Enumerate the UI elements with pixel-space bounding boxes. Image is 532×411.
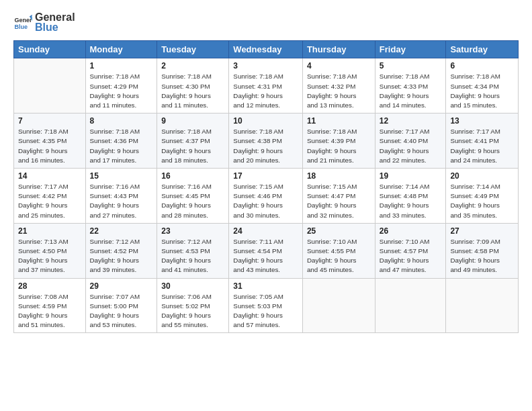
- day-number: 25: [307, 226, 371, 236]
- day-number: 19: [380, 171, 442, 181]
- calendar-cell: 11Sunrise: 7:18 AMSunset: 4:39 PMDayligh…: [302, 113, 375, 169]
- calendar-cell: 4Sunrise: 7:18 AMSunset: 4:32 PMDaylight…: [302, 58, 375, 113]
- day-info: Sunrise: 7:17 AMSunset: 4:41 PMDaylight:…: [450, 127, 514, 165]
- calendar-cell: 7Sunrise: 7:18 AMSunset: 4:35 PMDaylight…: [14, 113, 86, 169]
- day-number: 1: [90, 61, 153, 71]
- calendar-cell: 28Sunrise: 7:08 AMSunset: 4:59 PMDayligh…: [14, 278, 86, 333]
- day-number: 13: [450, 116, 514, 126]
- svg-text:Blue: Blue: [14, 24, 28, 30]
- day-info: Sunrise: 7:18 AMSunset: 4:31 PMDaylight:…: [233, 72, 298, 110]
- calendar-cell: 21Sunrise: 7:13 AMSunset: 4:50 PMDayligh…: [14, 223, 86, 278]
- calendar-week-row: 1Sunrise: 7:18 AMSunset: 4:29 PMDaylight…: [14, 58, 519, 113]
- col-header-sunday: Sunday: [14, 41, 86, 58]
- day-number: 29: [90, 281, 153, 291]
- day-info: Sunrise: 7:12 AMSunset: 4:52 PMDaylight:…: [90, 237, 153, 275]
- day-info: Sunrise: 7:17 AMSunset: 4:42 PMDaylight:…: [18, 182, 81, 220]
- day-info: Sunrise: 7:10 AMSunset: 4:55 PMDaylight:…: [307, 237, 371, 275]
- calendar-cell: 19Sunrise: 7:14 AMSunset: 4:48 PMDayligh…: [375, 169, 446, 224]
- calendar-cell: 18Sunrise: 7:15 AMSunset: 4:47 PMDayligh…: [302, 169, 375, 224]
- calendar-cell: 8Sunrise: 7:18 AMSunset: 4:36 PMDaylight…: [85, 113, 157, 169]
- day-info: Sunrise: 7:15 AMSunset: 4:47 PMDaylight:…: [307, 182, 371, 220]
- calendar-table: SundayMondayTuesdayWednesdayThursdayFrid…: [13, 40, 519, 333]
- calendar-cell: 5Sunrise: 7:18 AMSunset: 4:33 PMDaylight…: [375, 58, 446, 113]
- calendar-cell: 14Sunrise: 7:17 AMSunset: 4:42 PMDayligh…: [14, 169, 86, 224]
- day-number: 3: [233, 61, 298, 71]
- day-info: Sunrise: 7:15 AMSunset: 4:46 PMDaylight:…: [233, 182, 298, 220]
- day-number: 4: [307, 61, 371, 71]
- day-number: 28: [18, 281, 81, 291]
- day-info: Sunrise: 7:14 AMSunset: 4:49 PMDaylight:…: [450, 182, 514, 220]
- calendar-cell: 27Sunrise: 7:09 AMSunset: 4:58 PMDayligh…: [446, 223, 519, 278]
- day-number: 26: [380, 226, 442, 236]
- calendar-cell: 25Sunrise: 7:10 AMSunset: 4:55 PMDayligh…: [302, 223, 375, 278]
- day-number: 6: [450, 61, 514, 71]
- day-info: Sunrise: 7:18 AMSunset: 4:33 PMDaylight:…: [380, 72, 442, 110]
- calendar-cell: 20Sunrise: 7:14 AMSunset: 4:49 PMDayligh…: [446, 169, 519, 224]
- day-info: Sunrise: 7:18 AMSunset: 4:30 PMDaylight:…: [161, 72, 224, 110]
- day-number: 10: [233, 116, 298, 126]
- day-number: 9: [161, 116, 224, 126]
- calendar-cell: 13Sunrise: 7:17 AMSunset: 4:41 PMDayligh…: [446, 113, 519, 169]
- col-header-friday: Friday: [375, 41, 446, 58]
- day-info: Sunrise: 7:17 AMSunset: 4:40 PMDaylight:…: [380, 127, 442, 165]
- calendar-cell: 30Sunrise: 7:06 AMSunset: 5:02 PMDayligh…: [157, 278, 229, 333]
- calendar-cell: [302, 278, 375, 333]
- day-info: Sunrise: 7:13 AMSunset: 4:50 PMDaylight:…: [18, 237, 81, 275]
- day-info: Sunrise: 7:16 AMSunset: 4:45 PMDaylight:…: [161, 182, 224, 220]
- day-number: 24: [233, 226, 298, 236]
- col-header-saturday: Saturday: [446, 41, 519, 58]
- calendar-cell: 15Sunrise: 7:16 AMSunset: 4:43 PMDayligh…: [85, 169, 157, 224]
- day-info: Sunrise: 7:18 AMSunset: 4:35 PMDaylight:…: [18, 127, 81, 165]
- col-header-thursday: Thursday: [302, 41, 375, 58]
- logo: General Blue General Blue: [13, 11, 75, 34]
- day-number: 30: [161, 281, 224, 291]
- day-number: 2: [161, 61, 224, 71]
- calendar-cell: 3Sunrise: 7:18 AMSunset: 4:31 PMDaylight…: [229, 58, 303, 113]
- day-number: 23: [161, 226, 224, 236]
- col-header-wednesday: Wednesday: [229, 41, 303, 58]
- day-info: Sunrise: 7:18 AMSunset: 4:39 PMDaylight:…: [307, 127, 371, 165]
- day-info: Sunrise: 7:18 AMSunset: 4:38 PMDaylight:…: [233, 127, 298, 165]
- day-number: 7: [18, 116, 81, 126]
- day-info: Sunrise: 7:11 AMSunset: 4:54 PMDaylight:…: [233, 237, 298, 275]
- day-number: 18: [307, 171, 371, 181]
- day-info: Sunrise: 7:08 AMSunset: 4:59 PMDaylight:…: [18, 292, 81, 330]
- day-number: 31: [233, 281, 298, 291]
- day-info: Sunrise: 7:05 AMSunset: 5:03 PMDaylight:…: [233, 292, 298, 330]
- calendar-cell: [375, 278, 446, 333]
- day-number: 20: [450, 171, 514, 181]
- calendar-cell: 22Sunrise: 7:12 AMSunset: 4:52 PMDayligh…: [85, 223, 157, 278]
- calendar-cell: 6Sunrise: 7:18 AMSunset: 4:34 PMDaylight…: [446, 58, 519, 113]
- day-info: Sunrise: 7:16 AMSunset: 4:43 PMDaylight:…: [90, 182, 153, 220]
- calendar-cell: 16Sunrise: 7:16 AMSunset: 4:45 PMDayligh…: [157, 169, 229, 224]
- day-info: Sunrise: 7:09 AMSunset: 4:58 PMDaylight:…: [450, 237, 514, 275]
- day-number: 17: [233, 171, 298, 181]
- header: General Blue General Blue: [13, 11, 519, 34]
- day-number: 16: [161, 171, 224, 181]
- day-number: 11: [307, 116, 371, 126]
- svg-text:General: General: [14, 17, 32, 24]
- calendar-cell: 23Sunrise: 7:12 AMSunset: 4:53 PMDayligh…: [157, 223, 229, 278]
- day-info: Sunrise: 7:06 AMSunset: 5:02 PMDaylight:…: [161, 292, 224, 330]
- day-number: 5: [380, 61, 442, 71]
- day-number: 27: [450, 226, 514, 236]
- calendar-cell: 9Sunrise: 7:18 AMSunset: 4:37 PMDaylight…: [157, 113, 229, 169]
- calendar-cell: 1Sunrise: 7:18 AMSunset: 4:29 PMDaylight…: [85, 58, 157, 113]
- calendar-week-row: 14Sunrise: 7:17 AMSunset: 4:42 PMDayligh…: [14, 169, 519, 224]
- calendar-header-row: SundayMondayTuesdayWednesdayThursdayFrid…: [14, 41, 519, 58]
- calendar-cell: 29Sunrise: 7:07 AMSunset: 5:00 PMDayligh…: [85, 278, 157, 333]
- calendar-cell: 31Sunrise: 7:05 AMSunset: 5:03 PMDayligh…: [229, 278, 303, 333]
- day-number: 8: [90, 116, 153, 126]
- calendar-cell: [446, 278, 519, 333]
- calendar-week-row: 21Sunrise: 7:13 AMSunset: 4:50 PMDayligh…: [14, 223, 519, 278]
- day-number: 15: [90, 171, 153, 181]
- calendar-cell: 24Sunrise: 7:11 AMSunset: 4:54 PMDayligh…: [229, 223, 303, 278]
- day-info: Sunrise: 7:18 AMSunset: 4:32 PMDaylight:…: [307, 72, 371, 110]
- calendar-week-row: 7Sunrise: 7:18 AMSunset: 4:35 PMDaylight…: [14, 113, 519, 169]
- day-info: Sunrise: 7:07 AMSunset: 5:00 PMDaylight:…: [90, 292, 153, 330]
- day-info: Sunrise: 7:18 AMSunset: 4:34 PMDaylight:…: [450, 72, 514, 110]
- day-info: Sunrise: 7:18 AMSunset: 4:29 PMDaylight:…: [90, 72, 153, 110]
- calendar-week-row: 28Sunrise: 7:08 AMSunset: 4:59 PMDayligh…: [14, 278, 519, 333]
- logo-icon: General Blue: [13, 13, 32, 32]
- calendar-cell: [14, 58, 86, 113]
